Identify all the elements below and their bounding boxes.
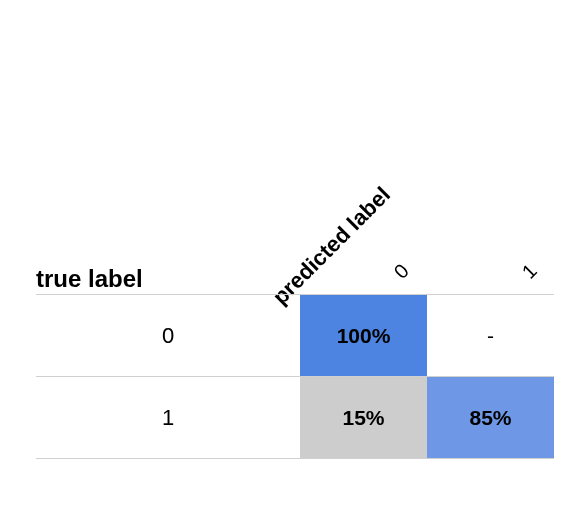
predicted-axis-label: predicted label bbox=[268, 182, 396, 310]
col-header-0: 0 bbox=[389, 259, 413, 283]
row-header-1: 1 bbox=[36, 377, 300, 459]
cell-0-0: 100% bbox=[300, 295, 427, 377]
cell-1-0: 15% bbox=[300, 377, 427, 459]
table-row: 1 15% 85% bbox=[36, 377, 554, 459]
matrix-table: 0 100% - 1 15% 85% bbox=[36, 294, 554, 459]
true-axis-label: true label bbox=[36, 265, 143, 293]
row-header-0: 0 bbox=[36, 295, 300, 377]
cell-1-1: 85% bbox=[427, 377, 554, 459]
table-row: 0 100% - bbox=[36, 295, 554, 377]
cell-0-1: - bbox=[427, 295, 554, 377]
col-header-1: 1 bbox=[517, 259, 541, 283]
